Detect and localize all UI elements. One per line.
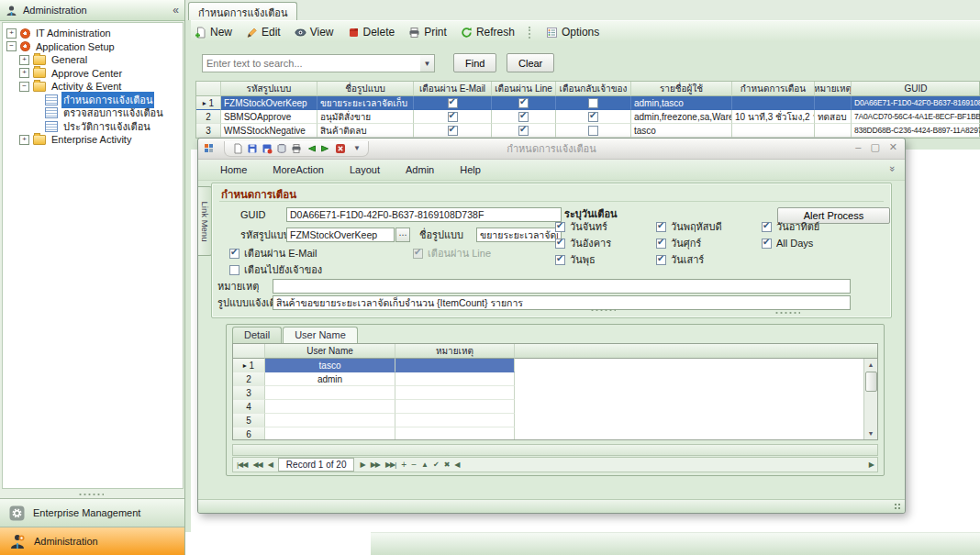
edit-button[interactable]: Edit <box>246 26 281 39</box>
expander-icon[interactable]: + <box>19 135 29 145</box>
cell-guid[interactable]: 7A0ACD70-56C4-4A1E-8ECF-BF1BB400E81E <box>852 110 980 124</box>
ribbon-tab-admin[interactable]: Admin <box>393 161 447 178</box>
cell-alert[interactable] <box>732 96 815 110</box>
nav-prev-page-icon[interactable]: ◀◀ <box>252 461 262 469</box>
grid-header[interactable]: เตือนผ่าน E-Mail <box>414 82 492 96</box>
cell-note[interactable] <box>395 359 515 372</box>
cell-owner[interactable] <box>556 124 631 138</box>
cell-guid[interactable]: 838DD68B-C236-4424-B897-11A82973F796 <box>852 124 980 138</box>
cell-users[interactable]: tasco <box>631 124 732 138</box>
checkbox[interactable] <box>229 265 239 275</box>
cell-line[interactable] <box>492 96 556 110</box>
delete-trash-icon[interactable] <box>276 143 287 154</box>
cell-user[interactable] <box>265 400 395 414</box>
checkbox[interactable] <box>656 222 666 232</box>
checkbox[interactable] <box>656 239 666 249</box>
email-alert-checkbox-row[interactable]: เตือนผ่าน E-Mail <box>229 247 317 260</box>
ribbon-tab-layout[interactable]: Layout <box>337 161 393 178</box>
tree-item-enterprise-activity[interactable]: + Enterprise Activity <box>3 133 183 147</box>
checkbox[interactable] <box>555 222 565 232</box>
checkbox[interactable] <box>229 249 239 259</box>
browse-ellipsis-button[interactable]: ⋯ <box>395 228 410 242</box>
expander-icon[interactable]: − <box>6 41 17 51</box>
cell-name[interactable]: ขยายระยะเวลาจัดเก็บ <box>317 96 414 110</box>
tree-item-it-administration[interactable]: + IT Administration <box>3 27 183 40</box>
checkbox[interactable] <box>448 126 458 136</box>
checkbox[interactable] <box>588 126 598 136</box>
dialog-splitter[interactable] <box>774 311 800 315</box>
tree-item-label[interactable]: General <box>50 54 89 65</box>
user-row-2[interactable]: 2 admin <box>233 372 877 386</box>
scrollbar-thumb[interactable] <box>865 372 877 392</box>
search-input[interactable] <box>202 54 428 72</box>
find-button[interactable]: Find <box>453 53 496 72</box>
nav-edit-icon[interactable]: ▲ <box>421 461 428 469</box>
save-close-icon[interactable] <box>262 143 273 154</box>
clear-button[interactable]: Clear <box>507 53 554 72</box>
tree-item-label[interactable]: Approve Center <box>50 68 124 79</box>
day-thursday[interactable]: วันพฤหัสบดี <box>656 220 722 233</box>
day-wednesday[interactable]: วันพุธ <box>555 253 611 266</box>
forward-arrow-icon[interactable] <box>320 143 331 154</box>
cell-users[interactable]: admin,freezone,sa,Warehouse <box>631 110 732 124</box>
day-tuesday[interactable]: วันอังคาร <box>555 237 611 250</box>
cell-owner[interactable] <box>556 96 631 110</box>
cell-note[interactable] <box>395 414 515 427</box>
grid-header[interactable]: กำหนดการเตือน <box>732 82 815 96</box>
cell-owner[interactable] <box>556 110 631 124</box>
grid-header[interactable]: ชื่อรูปแบบ <box>317 82 414 96</box>
cell-user[interactable] <box>265 414 395 427</box>
vertical-scrollbar[interactable]: ▲ ▼ <box>863 359 877 439</box>
refresh-button[interactable]: Refresh <box>461 26 515 39</box>
cell-code[interactable]: WMSStockNegative <box>221 124 317 138</box>
day-sunday[interactable]: วันอาทิตย์ <box>762 220 819 233</box>
day-saturday[interactable]: วันเสาร์ <box>656 253 722 266</box>
maximize-icon[interactable]: ▢ <box>870 141 879 153</box>
cell-name[interactable]: สินค้าติดลบ <box>317 124 414 138</box>
grid-row-2[interactable]: 2 SBMSOApprove อนุมัติสั่งขาย admin,free… <box>196 110 979 124</box>
cell-note[interactable]: ทดสอบ <box>815 110 852 124</box>
checkbox[interactable] <box>555 239 565 249</box>
cell-email[interactable] <box>414 96 492 110</box>
cell-note[interactable] <box>395 386 515 400</box>
cell-email[interactable] <box>414 110 492 124</box>
cell-code[interactable]: SBMSOApprove <box>221 110 317 124</box>
checkbox[interactable] <box>448 112 458 122</box>
tree-item-label[interactable]: Activity & Event <box>50 81 123 92</box>
cell-line[interactable] <box>492 124 556 138</box>
user-row-4[interactable]: 4 <box>233 400 877 414</box>
ribbon-collapse-icon[interactable]: » <box>887 166 898 172</box>
checkbox[interactable] <box>588 112 598 122</box>
code-field[interactable] <box>286 228 395 242</box>
tab-notification-setup[interactable]: กำหนดการแจ้งเตือน <box>188 2 297 20</box>
cell-code[interactable]: FZMStockOverKeep <box>221 96 317 110</box>
print-button[interactable]: Print <box>408 26 447 39</box>
grid-header[interactable]: หมายเหตุ <box>395 344 515 359</box>
search-dropdown-icon[interactable]: ▼ <box>420 54 435 72</box>
tab-detail[interactable]: Detail <box>232 327 282 344</box>
new-button[interactable]: New <box>195 26 232 39</box>
checkbox[interactable] <box>588 98 598 108</box>
ribbon-tab-home[interactable]: Home <box>207 161 260 178</box>
grid-header[interactable]: User Name <box>265 344 395 359</box>
delete-button[interactable]: Delete <box>348 26 395 39</box>
options-button[interactable]: Options <box>546 26 599 39</box>
day-all-days[interactable]: All Days <box>762 237 819 250</box>
cell-line[interactable] <box>492 110 556 124</box>
checkbox[interactable] <box>518 126 529 136</box>
cell-guid[interactable]: D0A66E71-F1D0-42F0-B637-8169108D738F <box>852 96 980 110</box>
expander-icon[interactable]: + <box>19 55 29 65</box>
name-field[interactable] <box>476 228 562 242</box>
grid-header[interactable]: เตือนกลับเจ้าของ <box>556 82 631 96</box>
nav-prev-icon[interactable]: ◀ <box>268 461 273 469</box>
checkbox[interactable] <box>518 98 529 108</box>
sidebar-splitter[interactable] <box>78 493 104 496</box>
tree-item-label[interactable]: Enterprise Activity <box>50 134 133 145</box>
tree-item-notification-history[interactable]: ประวัติการแจ้งเตือน <box>3 120 183 134</box>
cell-alert[interactable]: 10 นาที,3 ชั่วโมง,2 วัน <box>732 110 815 124</box>
nav-next-icon[interactable]: ▶ <box>360 461 364 469</box>
tree-item-label[interactable]: IT Administration <box>34 28 113 39</box>
day-friday[interactable]: วันศุกร์ <box>656 237 722 250</box>
grid-header[interactable]: GUID <box>852 82 980 96</box>
cell-note[interactable] <box>815 124 852 138</box>
